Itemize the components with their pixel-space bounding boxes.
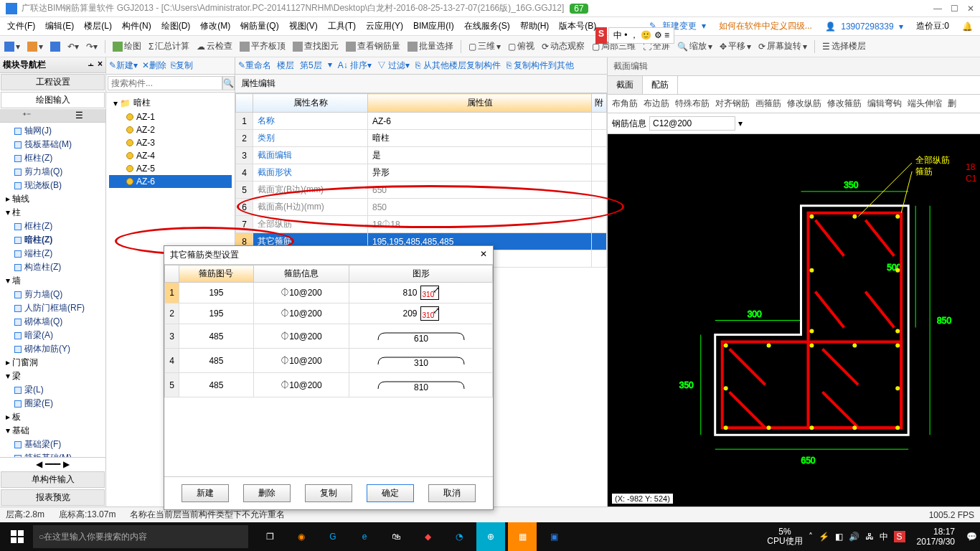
flat-top-button[interactable]: 平齐板顶: [240, 40, 286, 52]
tb-rename[interactable]: ✎重命名: [238, 60, 271, 72]
bell-icon[interactable]: 🔔: [959, 20, 976, 33]
dialog-delete-button[interactable]: 删除: [243, 484, 291, 502]
tree-cat-beam[interactable]: ▾ 梁: [3, 369, 103, 383]
col-shape[interactable]: 图形: [349, 265, 493, 283]
ime-toolbar[interactable]: S 中 • ， 🙂 ⚙ ≡: [595, 27, 674, 44]
open-file-button[interactable]: ▾: [27, 42, 43, 52]
tray-volume-icon[interactable]: 🔊: [849, 532, 859, 542]
task-view-icon[interactable]: ❐: [255, 522, 284, 551]
zoom-button[interactable]: 🔍 缩放▾: [677, 40, 712, 52]
prop-row-2[interactable]: 2类别暗柱: [236, 130, 607, 147]
tree-cat-column[interactable]: ▾ 柱: [3, 206, 103, 220]
nav-scroll-left[interactable]: ◀: [36, 459, 42, 469]
rebar-info-input[interactable]: [649, 116, 735, 131]
nav-close-icon[interactable]: ⫠ ×: [87, 59, 103, 71]
tree-item-az2[interactable]: AZ-2: [109, 123, 232, 136]
minimize-icon[interactable]: —: [933, 4, 942, 14]
tool-stirrup[interactable]: 画箍筋: [755, 98, 781, 110]
tree-shearwall2[interactable]: 剪力墙(Q): [3, 288, 103, 301]
tree-hiddenbeam[interactable]: 暗梁(A): [3, 329, 103, 342]
task-app5[interactable]: ⊕: [476, 522, 505, 551]
tree-item-az5[interactable]: AZ-5: [109, 162, 232, 175]
tool-delete[interactable]: 删: [948, 98, 956, 110]
tree-cat-axis[interactable]: ▸ 轴线: [3, 192, 103, 206]
nav-single-input[interactable]: 单构件输入: [1, 471, 105, 488]
tool-edge[interactable]: 布边筋: [644, 98, 669, 110]
section-canvas[interactable]: 350 850 500 300 350 650: [608, 134, 980, 507]
sum-button[interactable]: Σ 汇总计算: [149, 40, 189, 52]
task-app4[interactable]: ◔: [445, 522, 473, 551]
tb-floor[interactable]: 楼层: [277, 60, 294, 72]
prop-row-7[interactable]: 7全部纵筋18⏀18: [236, 216, 607, 233]
nav-tab-struct[interactable]: ⁺⁻: [0, 109, 53, 122]
tree-slab[interactable]: 现浇板(B): [3, 179, 103, 192]
menu-rebar[interactable]: 钢筋量(Q): [237, 19, 281, 34]
prop-row-3[interactable]: 3截面编辑是: [236, 147, 607, 164]
task-app2[interactable]: G: [319, 522, 347, 551]
tray-net-icon[interactable]: 🖧: [865, 532, 874, 542]
3d-button[interactable]: ▢ 三维▾: [468, 40, 501, 52]
batch-select-button[interactable]: 批量选择: [407, 40, 453, 52]
tool-special[interactable]: 特殊布筋: [675, 98, 710, 110]
task-app6[interactable]: ▦: [508, 522, 537, 551]
tool-corner[interactable]: 布角筋: [612, 98, 638, 110]
tray-sogou-icon[interactable]: S: [894, 531, 905, 542]
dialog-cancel-button[interactable]: 取消: [428, 484, 476, 502]
tree-beam[interactable]: 梁(L): [3, 383, 103, 397]
menu-draw[interactable]: 绘图(D): [159, 19, 194, 34]
menu-cloud[interactable]: 云应用(Y): [363, 19, 406, 34]
stirrup-row-3[interactable]: 3485⏀10@200610: [165, 324, 493, 349]
select-floor-button[interactable]: ☰ 选择楼层: [822, 40, 866, 52]
tb-filter[interactable]: ▽ 过滤▾: [377, 60, 410, 72]
stirrup-row-5[interactable]: 5485⏀10@200810: [165, 373, 493, 397]
save-button[interactable]: [50, 42, 60, 52]
tree-axis[interactable]: 轴网(J): [3, 124, 103, 138]
tree-masonry[interactable]: 砌体墙(Q): [3, 315, 103, 329]
tray-power-icon[interactable]: ⚡: [819, 532, 829, 542]
dialog-copy-button[interactable]: 复制: [305, 484, 352, 502]
user-account[interactable]: 👤 13907298339 ▾: [822, 20, 906, 33]
tree-cat-wall[interactable]: ▾ 墙: [3, 274, 103, 288]
menu-version[interactable]: 版本号(B): [556, 19, 599, 34]
redo-button[interactable]: ↷▾: [86, 42, 98, 52]
comp-delete-button[interactable]: ✕删除: [142, 60, 166, 72]
tab-section[interactable]: 截面: [608, 76, 643, 94]
prop-row-1[interactable]: 1名称AZ-6: [236, 113, 607, 130]
col-stirrup-info[interactable]: 箍筋信息: [253, 265, 349, 283]
tree-item-az1[interactable]: AZ-1: [109, 110, 232, 123]
tb-copy-from[interactable]: ⎘ 从其他楼层复制构件: [415, 60, 500, 72]
nav-draw-input[interactable]: 绘图输入: [1, 92, 105, 108]
menu-bim[interactable]: BIM应用(I): [410, 19, 457, 34]
menu-floor[interactable]: 楼层(L): [81, 19, 115, 34]
stirrup-row-1[interactable]: 1195⏀10@200810310⤢: [165, 283, 493, 303]
comp-new-button[interactable]: ✎新建▾: [109, 60, 138, 72]
help-link[interactable]: 如何在软件中定义四级...: [716, 19, 815, 34]
tree-rfwall[interactable]: 人防门框墙(RF): [3, 301, 103, 315]
prop-row-5[interactable]: 5截面宽(B边)(mm)650: [236, 182, 607, 199]
undo-button[interactable]: ↶▾: [67, 42, 79, 52]
tray-up-icon[interactable]: ˄: [809, 532, 813, 542]
find-element-button[interactable]: 查找图元: [293, 40, 339, 52]
taskbar-search[interactable]: ○ 在这里输入你要搜索的内容: [33, 525, 248, 548]
tree-tiecol[interactable]: 构造柱(Z): [3, 260, 103, 274]
tab-rebar[interactable]: 配筋: [643, 76, 678, 94]
maximize-icon[interactable]: ☐: [951, 4, 958, 14]
tree-raft[interactable]: 筏板基础(M): [3, 138, 103, 151]
task-edge[interactable]: e: [350, 522, 379, 551]
rebar-info-dropdown[interactable]: ▾: [738, 118, 743, 128]
tb-copy-to[interactable]: ⎘ 复制构件到其他: [507, 60, 574, 72]
tree-endcol[interactable]: 端柱(Z): [3, 247, 103, 260]
dialog-close-icon[interactable]: ✕: [480, 249, 487, 261]
task-app7[interactable]: ▣: [540, 522, 568, 551]
menu-tools[interactable]: 工具(T): [325, 19, 359, 34]
tool-edit-hook[interactable]: 编辑弯钩: [867, 98, 902, 110]
top-view-button[interactable]: ▢ 俯视: [508, 40, 534, 52]
dynamic-view-button[interactable]: ⟳ 动态观察: [542, 40, 585, 52]
task-app1[interactable]: ◉: [287, 522, 316, 551]
tree-cat-opening[interactable]: ▸ 门窗洞: [3, 356, 103, 369]
draw-button[interactable]: 绘图: [113, 40, 141, 52]
tree-root-hiddencol[interactable]: ▾ 📁 暗柱: [109, 95, 232, 110]
cloud-check-button[interactable]: ☁ 云检查: [197, 40, 232, 52]
stirrup-row-2[interactable]: 2195⏀10@200209310⤢: [165, 303, 493, 324]
tree-item-az6[interactable]: AZ-6: [109, 175, 232, 188]
